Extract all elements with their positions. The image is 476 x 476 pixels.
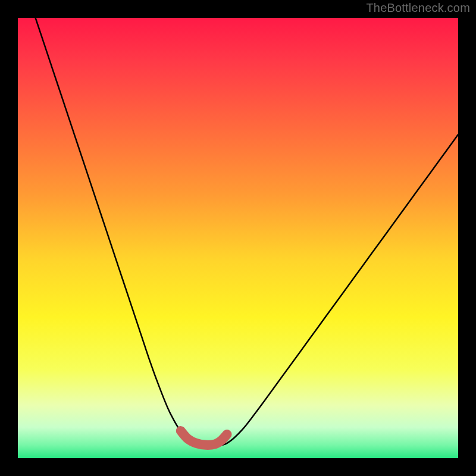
gradient-background <box>18 18 458 458</box>
plot-area <box>18 18 458 458</box>
bottleneck-curve-chart <box>18 18 458 458</box>
chart-frame: TheBottleneck.com <box>0 0 476 476</box>
watermark-text: TheBottleneck.com <box>366 1 470 15</box>
